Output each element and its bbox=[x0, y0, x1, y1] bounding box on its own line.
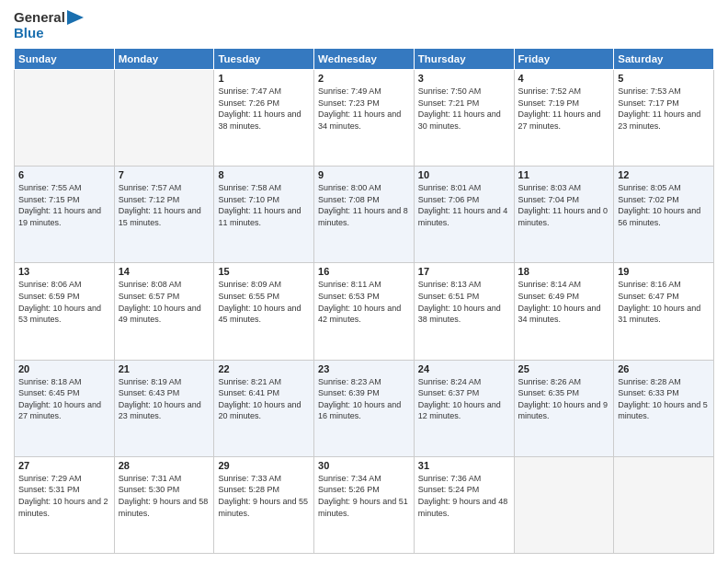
day-info: Sunrise: 8:05 AMSunset: 7:02 PMDaylight:… bbox=[618, 182, 710, 228]
calendar-cell: 28Sunrise: 7:31 AMSunset: 5:30 PMDayligh… bbox=[114, 456, 214, 553]
day-info: Sunrise: 7:36 AMSunset: 5:24 PMDaylight:… bbox=[418, 473, 510, 519]
day-number: 3 bbox=[418, 73, 510, 84]
weekday-header-wednesday: Wednesday bbox=[314, 49, 415, 70]
calendar-cell bbox=[114, 70, 214, 167]
day-info: Sunrise: 8:09 AMSunset: 6:55 PMDaylight:… bbox=[218, 279, 310, 325]
calendar-cell: 5Sunrise: 7:53 AMSunset: 7:17 PMDaylight… bbox=[614, 70, 714, 167]
day-number: 26 bbox=[618, 363, 710, 374]
day-info: Sunrise: 8:14 AMSunset: 6:49 PMDaylight:… bbox=[518, 279, 610, 325]
day-info: Sunrise: 8:21 AMSunset: 6:41 PMDaylight:… bbox=[218, 376, 310, 422]
day-info: Sunrise: 7:33 AMSunset: 5:28 PMDaylight:… bbox=[218, 473, 310, 519]
day-info: Sunrise: 8:11 AMSunset: 6:53 PMDaylight:… bbox=[318, 279, 410, 325]
day-info: Sunrise: 7:53 AMSunset: 7:17 PMDaylight:… bbox=[618, 86, 710, 132]
day-number: 2 bbox=[318, 73, 410, 84]
calendar-cell: 3Sunrise: 7:50 AMSunset: 7:21 PMDaylight… bbox=[414, 70, 514, 167]
svg-marker-0 bbox=[67, 10, 84, 25]
day-number: 13 bbox=[18, 266, 110, 277]
calendar-cell: 18Sunrise: 8:14 AMSunset: 6:49 PMDayligh… bbox=[514, 263, 614, 360]
calendar-cell: 31Sunrise: 7:36 AMSunset: 5:24 PMDayligh… bbox=[414, 456, 514, 553]
calendar-cell: 2Sunrise: 7:49 AMSunset: 7:23 PMDaylight… bbox=[314, 70, 415, 167]
day-info: Sunrise: 8:13 AMSunset: 6:51 PMDaylight:… bbox=[418, 279, 510, 325]
day-number: 28 bbox=[119, 460, 210, 471]
day-number: 29 bbox=[218, 460, 310, 471]
calendar-cell: 21Sunrise: 8:19 AMSunset: 6:43 PMDayligh… bbox=[114, 360, 214, 456]
week-row-1: 1Sunrise: 7:47 AMSunset: 7:26 PMDaylight… bbox=[15, 70, 714, 167]
day-number: 16 bbox=[318, 266, 410, 277]
weekday-header-thursday: Thursday bbox=[414, 49, 514, 70]
day-number: 17 bbox=[418, 266, 510, 277]
day-number: 4 bbox=[518, 73, 610, 84]
calendar-cell: 17Sunrise: 8:13 AMSunset: 6:51 PMDayligh… bbox=[414, 263, 514, 360]
calendar-cell: 12Sunrise: 8:05 AMSunset: 7:02 PMDayligh… bbox=[614, 167, 714, 263]
day-number: 31 bbox=[418, 460, 510, 471]
calendar-cell: 8Sunrise: 7:58 AMSunset: 7:10 PMDaylight… bbox=[214, 167, 314, 263]
logo-blue: Blue bbox=[14, 25, 44, 40]
weekday-header-tuesday: Tuesday bbox=[214, 49, 314, 70]
weekday-header-friday: Friday bbox=[514, 49, 614, 70]
calendar-cell: 4Sunrise: 7:52 AMSunset: 7:19 PMDaylight… bbox=[514, 70, 614, 167]
calendar-cell: 22Sunrise: 8:21 AMSunset: 6:41 PMDayligh… bbox=[214, 360, 314, 456]
week-row-3: 13Sunrise: 8:06 AMSunset: 6:59 PMDayligh… bbox=[15, 263, 714, 360]
day-info: Sunrise: 7:49 AMSunset: 7:23 PMDaylight:… bbox=[318, 86, 410, 132]
calendar-cell: 24Sunrise: 8:24 AMSunset: 6:37 PMDayligh… bbox=[414, 360, 514, 456]
weekday-header-monday: Monday bbox=[114, 49, 214, 70]
day-number: 6 bbox=[18, 169, 110, 180]
day-number: 22 bbox=[218, 363, 310, 374]
day-info: Sunrise: 8:01 AMSunset: 7:06 PMDaylight:… bbox=[418, 182, 510, 228]
day-number: 7 bbox=[119, 169, 210, 180]
calendar-page: General Blue SundayMondayTuesdayWednesda… bbox=[0, 0, 728, 563]
week-row-5: 27Sunrise: 7:29 AMSunset: 5:31 PMDayligh… bbox=[15, 456, 714, 553]
calendar-cell: 1Sunrise: 7:47 AMSunset: 7:26 PMDaylight… bbox=[214, 70, 314, 167]
calendar-cell: 15Sunrise: 8:09 AMSunset: 6:55 PMDayligh… bbox=[214, 263, 314, 360]
day-info: Sunrise: 8:19 AMSunset: 6:43 PMDaylight:… bbox=[119, 376, 210, 422]
day-info: Sunrise: 7:47 AMSunset: 7:26 PMDaylight:… bbox=[218, 86, 310, 132]
day-info: Sunrise: 7:52 AMSunset: 7:19 PMDaylight:… bbox=[518, 86, 610, 132]
day-number: 1 bbox=[218, 73, 310, 84]
day-info: Sunrise: 8:16 AMSunset: 6:47 PMDaylight:… bbox=[618, 279, 710, 325]
day-number: 8 bbox=[218, 169, 310, 180]
calendar-cell bbox=[514, 456, 614, 553]
logo-general: General bbox=[14, 9, 65, 25]
calendar-cell: 7Sunrise: 7:57 AMSunset: 7:12 PMDaylight… bbox=[114, 167, 214, 263]
day-info: Sunrise: 8:03 AMSunset: 7:04 PMDaylight:… bbox=[518, 182, 610, 228]
day-info: Sunrise: 8:18 AMSunset: 6:45 PMDaylight:… bbox=[18, 376, 110, 422]
day-number: 27 bbox=[18, 460, 110, 471]
day-number: 23 bbox=[318, 363, 410, 374]
calendar-cell: 19Sunrise: 8:16 AMSunset: 6:47 PMDayligh… bbox=[614, 263, 714, 360]
calendar-cell: 20Sunrise: 8:18 AMSunset: 6:45 PMDayligh… bbox=[15, 360, 115, 456]
calendar-cell bbox=[614, 456, 714, 553]
day-info: Sunrise: 7:55 AMSunset: 7:15 PMDaylight:… bbox=[18, 182, 110, 228]
day-info: Sunrise: 7:34 AMSunset: 5:26 PMDaylight:… bbox=[318, 473, 410, 519]
day-number: 19 bbox=[618, 266, 710, 277]
calendar-cell: 29Sunrise: 7:33 AMSunset: 5:28 PMDayligh… bbox=[214, 456, 314, 553]
day-number: 12 bbox=[618, 169, 710, 180]
logo-block: General Blue bbox=[14, 9, 84, 40]
day-number: 21 bbox=[119, 363, 210, 374]
calendar-cell: 14Sunrise: 8:08 AMSunset: 6:57 PMDayligh… bbox=[114, 263, 214, 360]
day-info: Sunrise: 8:00 AMSunset: 7:08 PMDaylight:… bbox=[318, 182, 410, 228]
day-number: 30 bbox=[318, 460, 410, 471]
logo-arrow-icon bbox=[67, 10, 84, 25]
day-info: Sunrise: 7:29 AMSunset: 5:31 PMDaylight:… bbox=[18, 473, 110, 519]
day-info: Sunrise: 8:08 AMSunset: 6:57 PMDaylight:… bbox=[119, 279, 210, 325]
calendar-cell: 23Sunrise: 8:23 AMSunset: 6:39 PMDayligh… bbox=[314, 360, 415, 456]
day-info: Sunrise: 8:23 AMSunset: 6:39 PMDaylight:… bbox=[318, 376, 410, 422]
calendar-cell: 6Sunrise: 7:55 AMSunset: 7:15 PMDaylight… bbox=[15, 167, 115, 263]
day-info: Sunrise: 8:26 AMSunset: 6:35 PMDaylight:… bbox=[518, 376, 610, 422]
weekday-header-row: SundayMondayTuesdayWednesdayThursdayFrid… bbox=[15, 49, 714, 70]
calendar-table: SundayMondayTuesdayWednesdayThursdayFrid… bbox=[14, 48, 714, 554]
calendar-cell: 13Sunrise: 8:06 AMSunset: 6:59 PMDayligh… bbox=[15, 263, 115, 360]
calendar-cell: 27Sunrise: 7:29 AMSunset: 5:31 PMDayligh… bbox=[15, 456, 115, 553]
logo: General Blue bbox=[14, 9, 84, 40]
calendar-cell: 11Sunrise: 8:03 AMSunset: 7:04 PMDayligh… bbox=[514, 167, 614, 263]
day-info: Sunrise: 7:50 AMSunset: 7:21 PMDaylight:… bbox=[418, 86, 510, 132]
day-info: Sunrise: 7:57 AMSunset: 7:12 PMDaylight:… bbox=[119, 182, 210, 228]
day-number: 10 bbox=[418, 169, 510, 180]
day-number: 9 bbox=[318, 169, 410, 180]
calendar-cell: 25Sunrise: 8:26 AMSunset: 6:35 PMDayligh… bbox=[514, 360, 614, 456]
calendar-cell: 30Sunrise: 7:34 AMSunset: 5:26 PMDayligh… bbox=[314, 456, 415, 553]
header: General Blue bbox=[14, 9, 714, 40]
day-number: 18 bbox=[518, 266, 610, 277]
day-info: Sunrise: 8:06 AMSunset: 6:59 PMDaylight:… bbox=[18, 279, 110, 325]
weekday-header-sunday: Sunday bbox=[15, 49, 115, 70]
